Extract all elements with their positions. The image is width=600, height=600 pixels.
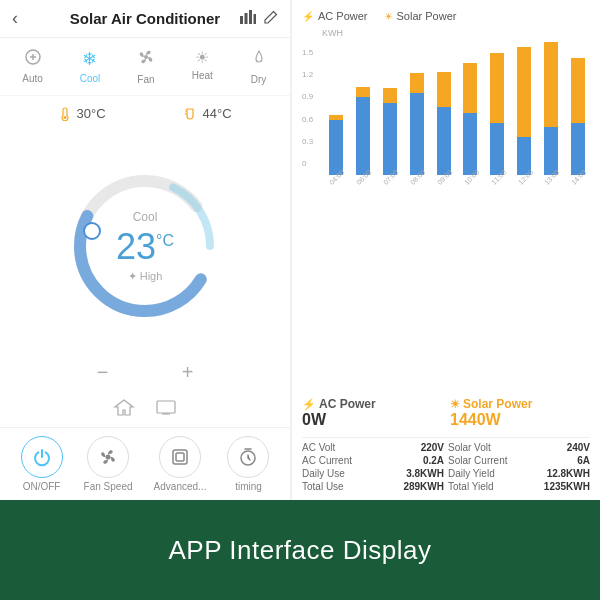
chart-area: ⚡ AC Power ☀ Solar Power KWH 1.5 1.2 0.9 bbox=[292, 0, 600, 389]
right-panel: ⚡ AC Power ☀ Solar Power KWH 1.5 1.2 0.9 bbox=[292, 0, 600, 500]
mode-fan-label: Fan bbox=[137, 74, 154, 85]
svg-point-7 bbox=[64, 116, 67, 119]
temp-section: 30°C 44°C bbox=[0, 96, 290, 131]
mode-auto-label: Auto bbox=[22, 73, 43, 84]
chart-legend: ⚡ AC Power ☀ Solar Power bbox=[302, 10, 590, 22]
edit-icon[interactable] bbox=[264, 10, 278, 27]
outdoor-temp-value: 44°C bbox=[202, 106, 231, 121]
bar-0400: 04:00 bbox=[324, 115, 348, 188]
scene-icons bbox=[0, 392, 290, 427]
svg-point-13 bbox=[84, 223, 100, 239]
advanced-label: Advanced... bbox=[154, 481, 207, 492]
back-button[interactable]: ‹ bbox=[12, 8, 18, 29]
solar-power-stat: ☀ Solar Power 1440W bbox=[450, 397, 590, 429]
ac-volt-item: AC Volt 220V bbox=[302, 442, 444, 453]
solar-power-value: 1440W bbox=[450, 411, 590, 429]
chart-icon[interactable] bbox=[240, 10, 256, 27]
mode-heat[interactable]: ☀ Heat bbox=[186, 46, 219, 87]
bar-1200: 12:00 bbox=[512, 47, 536, 188]
ac-current-item: AC Current 0.2A bbox=[302, 455, 444, 466]
ac-power-title: ⚡ AC Power bbox=[302, 397, 442, 411]
bar-0700: 07:00 bbox=[378, 88, 402, 188]
svg-rect-2 bbox=[249, 10, 252, 24]
bar-1000: 10:00 bbox=[459, 63, 483, 188]
circle-fan-label: ✦ High bbox=[128, 270, 163, 283]
bar-1300: 13:00 bbox=[539, 42, 563, 188]
circle-control: Cool 23°C ✦ High bbox=[0, 131, 290, 361]
banner-text: APP Interface Display bbox=[169, 535, 432, 566]
decrease-temp-button[interactable]: − bbox=[88, 361, 118, 384]
legend-solar-power: ☀ Solar Power bbox=[384, 10, 457, 22]
mode-dry[interactable]: Dry bbox=[244, 46, 274, 87]
svg-point-17 bbox=[106, 455, 111, 460]
app-container: ‹ Solar Air Conditioner Auto bbox=[0, 0, 600, 600]
mode-fan[interactable]: Fan bbox=[131, 46, 161, 87]
circle-mode-label: Cool bbox=[133, 210, 158, 224]
onoff-label: ON/OFF bbox=[23, 481, 61, 492]
legend-solar-label: Solar Power bbox=[397, 10, 457, 22]
mode-heat-label: Heat bbox=[192, 70, 213, 81]
mode-tabs: Auto ❄ Cool Fan ☀ Heat bbox=[0, 38, 290, 96]
solar-daily-yield-item: Daily Yield 12.8KWH bbox=[448, 468, 590, 479]
control-buttons: ON/OFF Fan Speed Advanced... bbox=[0, 427, 290, 500]
svg-rect-14 bbox=[157, 401, 175, 413]
fanspeed-button[interactable]: Fan Speed bbox=[84, 436, 133, 492]
mode-cool[interactable]: ❄ Cool bbox=[74, 46, 107, 87]
solar-total-yield-item: Total Yield 1235KWH bbox=[448, 481, 590, 492]
svg-rect-0 bbox=[240, 16, 243, 24]
bar-1100: 11:00 bbox=[485, 53, 509, 188]
stats-divider bbox=[302, 437, 590, 438]
bottom-banner: APP Interface Display bbox=[0, 500, 600, 600]
left-header: ‹ Solar Air Conditioner bbox=[0, 0, 290, 38]
ac-total-use-item: Total Use 289KWH bbox=[302, 481, 444, 492]
legend-ac-power: ⚡ AC Power bbox=[302, 10, 368, 22]
bar-0900: 09:00 bbox=[432, 72, 456, 188]
header-icons bbox=[240, 10, 278, 27]
mode-dry-label: Dry bbox=[251, 74, 267, 85]
legend-ac-label: AC Power bbox=[318, 10, 368, 22]
timing-label: timing bbox=[235, 481, 262, 492]
left-panel: ‹ Solar Air Conditioner Auto bbox=[0, 0, 290, 500]
solar-volt-item: Solar Volt 240V bbox=[448, 442, 590, 453]
mode-cool-label: Cool bbox=[80, 73, 101, 84]
ac-daily-use-item: Daily Use 3.8KWH bbox=[302, 468, 444, 479]
timing-button[interactable]: timing bbox=[227, 436, 269, 492]
top-section: ‹ Solar Air Conditioner Auto bbox=[0, 0, 600, 500]
svg-rect-18 bbox=[173, 450, 187, 464]
ac-power-stat: ⚡ AC Power 0W bbox=[302, 397, 442, 429]
advanced-button[interactable]: Advanced... bbox=[154, 436, 207, 492]
outdoor-temp: 44°C bbox=[182, 106, 231, 121]
bar-0600: 06:00 bbox=[351, 87, 375, 188]
svg-rect-3 bbox=[254, 14, 257, 24]
svg-point-5 bbox=[144, 55, 148, 59]
svg-rect-1 bbox=[245, 13, 248, 24]
bar-0800: 08:00 bbox=[405, 73, 429, 188]
onoff-button[interactable]: ON/OFF bbox=[21, 436, 63, 492]
solar-power-title: ☀ Solar Power bbox=[450, 397, 590, 411]
adjust-buttons: − + bbox=[0, 361, 290, 392]
ac-power-value: 0W bbox=[302, 411, 442, 429]
home-icon[interactable] bbox=[113, 398, 135, 421]
y-axis-unit: KWH bbox=[322, 28, 590, 38]
detail-grid: AC Volt 220V Solar Volt 240V AC Current … bbox=[302, 442, 590, 492]
stats-header-row: ⚡ AC Power 0W ☀ Solar Power 1440W bbox=[302, 397, 590, 429]
circle-center: Cool 23°C ✦ High bbox=[116, 210, 174, 283]
header-title: Solar Air Conditioner bbox=[70, 10, 220, 27]
indoor-temp-value: 30°C bbox=[76, 106, 105, 121]
indoor-temp: 30°C bbox=[58, 106, 105, 121]
mode-auto[interactable]: Auto bbox=[16, 46, 49, 87]
fanspeed-label: Fan Speed bbox=[84, 481, 133, 492]
svg-rect-19 bbox=[176, 453, 184, 461]
circle-temp-value: 23°C bbox=[116, 226, 174, 268]
energy-stats: ⚡ AC Power 0W ☀ Solar Power 1440W bbox=[292, 389, 600, 500]
increase-temp-button[interactable]: + bbox=[173, 361, 203, 384]
bar-chart: 04:00 06:00 bbox=[324, 48, 590, 188]
bar-1400: 14:00 bbox=[566, 58, 590, 188]
solar-current-item: Solar Current 6A bbox=[448, 455, 590, 466]
bar-chart-wrap: 1.5 1.2 0.9 0.6 0.3 0 bbox=[302, 48, 590, 208]
tv-icon[interactable] bbox=[155, 398, 177, 421]
